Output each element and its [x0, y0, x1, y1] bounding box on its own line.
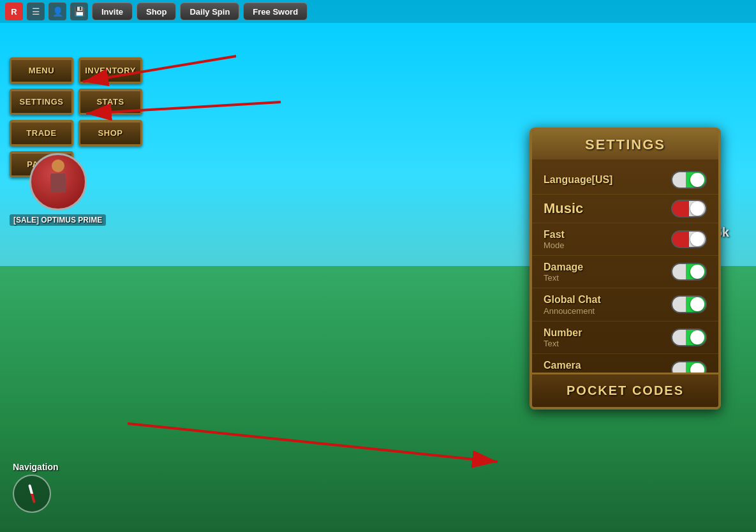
stats-button[interactable]: STATS	[78, 89, 142, 115]
settings-row-language: Language[US]	[532, 166, 718, 195]
top-bar: R ☰ 👤 💾 Invite Shop Daily Spin Free Swor…	[0, 0, 756, 23]
global-chat-label: Global Chat Annoucement	[544, 293, 601, 315]
settings-row-fast-mode: Fast Mode	[532, 223, 718, 256]
toggle-knob-number	[690, 330, 704, 344]
language-toggle[interactable]	[671, 171, 707, 189]
shop-button[interactable]: Shop	[137, 3, 177, 20]
compass-needle	[28, 484, 36, 503]
settings-row-number-text: Number Text	[532, 321, 718, 354]
number-text-toggle[interactable]	[671, 329, 707, 346]
settings-panel: SETTINGS Language[US] Music Fast Mode Da…	[530, 128, 721, 410]
pocket-codes-button[interactable]: POCKET CODES	[532, 373, 718, 407]
menu-button[interactable]: MENU	[10, 57, 73, 84]
player-name: [SALE] OPTIMUS PRIME	[10, 214, 106, 226]
menu-icon-btn[interactable]: ☰	[27, 3, 45, 20]
trade-button[interactable]: TRADE	[10, 120, 73, 146]
navigation-label: Navigation	[13, 462, 59, 472]
avatar-head	[52, 159, 64, 172]
toggle-knob-chat	[690, 297, 704, 311]
save-icon-btn[interactable]: 💾	[70, 3, 88, 20]
avatar-figure	[42, 159, 74, 204]
profile-icon-btn[interactable]: 👤	[48, 3, 66, 20]
shop-menu-button[interactable]: SHOP	[78, 120, 142, 146]
toggle-knob-music	[690, 202, 704, 216]
settings-row-damage-text: Damage Text	[532, 256, 718, 288]
toggle-knob-damage	[690, 265, 704, 279]
damage-text-label: Damage Text	[544, 261, 583, 283]
player-area: [SALE] OPTIMUS PRIME	[10, 153, 106, 226]
fast-mode-toggle[interactable]	[671, 230, 707, 248]
settings-row-global-chat: Global Chat Annoucement	[532, 288, 718, 321]
navigation-area: Navigation	[13, 462, 59, 513]
avatar-body	[50, 174, 66, 193]
free-sword-button[interactable]: Free Sword	[243, 3, 308, 20]
fast-mode-label: Fast Mode	[544, 228, 565, 250]
avatar	[29, 153, 87, 211]
compass	[13, 475, 51, 513]
settings-title: SETTINGS	[532, 130, 718, 159]
inventory-button[interactable]: INVENTORY	[78, 57, 142, 84]
global-chat-toggle[interactable]	[671, 295, 707, 313]
language-label: Language[US]	[544, 174, 612, 186]
music-toggle[interactable]	[671, 200, 707, 218]
toggle-knob	[690, 173, 704, 187]
roblox-logo[interactable]: R	[5, 3, 23, 20]
invite-button[interactable]: Invite	[92, 3, 133, 20]
music-label: Music	[544, 200, 583, 217]
settings-row-music: Music	[532, 195, 718, 223]
toggle-knob-fast	[690, 232, 704, 246]
number-text-label: Number Text	[544, 327, 582, 348]
daily-spin-button[interactable]: Daily Spin	[180, 3, 239, 20]
damage-text-toggle[interactable]	[671, 263, 707, 281]
settings-button[interactable]: SETTINGS	[10, 89, 73, 115]
